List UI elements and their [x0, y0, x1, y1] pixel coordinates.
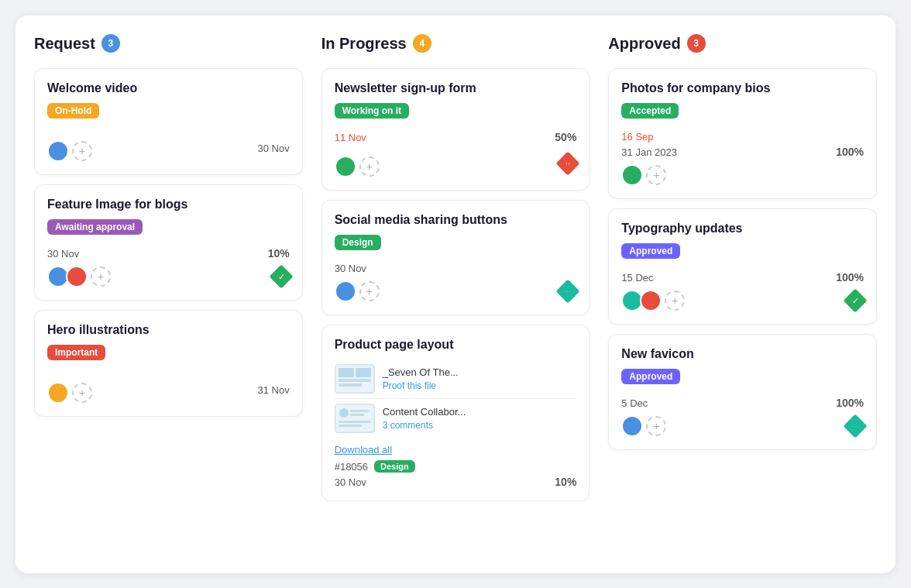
avatar: [335, 280, 356, 302]
avatar: [621, 415, 643, 437]
typography-date: 15 Dec: [621, 272, 653, 284]
svg-rect-9: [339, 421, 371, 423]
newsletter-title: Newsletter sign-up form: [335, 81, 577, 95]
photos-bios-date-red: 16 Sep: [621, 131, 653, 143]
photos-bios-title: Photos for company bios: [621, 81, 864, 95]
hero-illus-date: 31 Nov: [257, 384, 289, 396]
file-name-2: Content Collabor...: [383, 406, 466, 418]
column-title-in-progress: In Progress: [321, 35, 407, 53]
svg-rect-10: [339, 425, 362, 427]
download-all-link[interactable]: Download all: [335, 444, 577, 456]
file-info-2: Content Collabor... 3 comments: [383, 406, 466, 432]
card-welcome-video: Welcome video On-Hold + 30 Nov: [34, 68, 303, 175]
svg-rect-8: [350, 414, 364, 416]
newsletter-percent: 50%: [555, 131, 576, 143]
photos-bios-percent: 100%: [836, 146, 864, 158]
file-item-1: _Seven Of The... Proof this file: [335, 359, 577, 399]
file-thumb-2: [335, 404, 375, 433]
file-item-2: Content Collabor... 3 comments: [335, 399, 577, 438]
comments-link[interactable]: 3 comments: [383, 420, 433, 431]
add-avatar-button[interactable]: +: [72, 383, 92, 403]
file-info-1: _Seven Of The... Proof this file: [383, 366, 459, 392]
avatar: [47, 382, 69, 404]
feature-image-title: Feature Image for blogs: [47, 198, 290, 211]
newsletter-avatars: +: [335, 156, 380, 177]
badge-in-progress: 4: [413, 34, 431, 53]
add-avatar-button[interactable]: +: [91, 266, 111, 287]
social-media-tag: Design: [335, 235, 381, 250]
hero-illus-tag: Important: [47, 345, 105, 360]
new-favicon-date: 5 Dec: [621, 397, 648, 409]
product-page-percent: 10%: [555, 476, 576, 488]
status-icon-diamond-teal: [556, 279, 580, 303]
typography-title: Typography updates: [621, 222, 864, 236]
card-typography: Typography updates Approved 15 Dec 100% …: [608, 208, 877, 325]
card-new-favicon: New favicon Approved 5 Dec 100% +: [608, 334, 877, 450]
typography-percent: 100%: [836, 271, 864, 284]
svg-rect-7: [350, 410, 369, 412]
card-newsletter: Newsletter sign-up form Working on it 11…: [321, 68, 590, 191]
avatar: [335, 156, 356, 177]
column-title-approved: Approved: [608, 35, 680, 53]
feature-image-tag: Awaiting approval: [47, 219, 143, 235]
newsletter-date: 11 Nov: [335, 132, 366, 143]
welcome-video-footer: + 30 Nov: [47, 134, 290, 162]
file-name-1: _Seven Of The...: [383, 366, 459, 378]
new-favicon-tag: Approved: [621, 369, 680, 384]
badge-request: 3: [101, 34, 120, 53]
svg-rect-4: [339, 383, 362, 387]
badge-approved: 3: [687, 34, 706, 53]
status-icon-diamond-teal: [843, 414, 867, 438]
product-page-title: Product page layout: [335, 338, 577, 352]
card-feature-image: Feature Image for blogs Awaiting approva…: [34, 184, 303, 301]
hero-illus-title: Hero illustrations: [47, 323, 290, 337]
welcome-video-title: Welcome video: [47, 81, 290, 95]
file-thumb-1: [335, 364, 375, 394]
hero-illus-avatars: +: [47, 382, 92, 404]
add-avatar-button[interactable]: +: [665, 291, 685, 311]
svg-rect-3: [339, 379, 371, 382]
typography-tag: Approved: [621, 243, 680, 259]
avatar: [47, 140, 69, 162]
social-media-title: Social media sharing buttons: [335, 213, 577, 227]
status-icon-diamond-green: [269, 264, 293, 288]
add-avatar-button[interactable]: +: [359, 281, 380, 301]
hero-illus-footer: + 31 Nov: [47, 376, 290, 404]
product-page-date: 30 Nov: [335, 476, 366, 488]
column-in-progress: In Progress 4 Newsletter sign-up form Wo…: [321, 34, 590, 555]
card-hero-illustrations: Hero illustrations Important + 31 Nov: [34, 310, 303, 417]
feature-image-date: 30 Nov: [47, 248, 79, 260]
newsletter-tag: Working on it: [335, 103, 409, 119]
feature-image-percent: 10%: [268, 247, 290, 260]
card-social-media: Social media sharing buttons Design 30 N…: [321, 200, 590, 315]
photos-bios-date2: 31 Jan 2023: [621, 146, 677, 158]
kanban-board: Request 3 Welcome video On-Hold + 30 Nov…: [15, 15, 896, 573]
add-avatar-button[interactable]: +: [646, 416, 666, 436]
column-approved: Approved 3 Photos for company bios Accep…: [608, 34, 877, 555]
avatar: [621, 164, 643, 186]
avatar: [66, 266, 88, 287]
card-id-text: #18056: [335, 461, 368, 473]
welcome-video-tag: On-Hold: [47, 103, 99, 119]
welcome-video-date: 30 Nov: [257, 143, 289, 154]
svg-point-6: [339, 408, 349, 418]
svg-rect-2: [356, 368, 371, 377]
card-photos-bios: Photos for company bios Accepted 16 Sep …: [608, 68, 877, 199]
welcome-video-avatars: +: [47, 140, 92, 162]
proof-this-file-link[interactable]: Proof this file: [383, 380, 436, 391]
status-icon-diamond-green: [843, 288, 867, 312]
photos-bios-tag: Accepted: [621, 103, 679, 119]
add-avatar-button[interactable]: +: [646, 165, 666, 185]
column-header-approved: Approved 3: [608, 34, 877, 53]
new-favicon-title: New favicon: [621, 347, 864, 361]
product-page-design-tag: Design: [374, 460, 415, 473]
svg-rect-1: [339, 368, 354, 377]
avatar: [640, 290, 662, 311]
add-avatar-button[interactable]: +: [72, 141, 92, 161]
add-avatar-button[interactable]: +: [359, 156, 380, 177]
column-title-request: Request: [34, 35, 95, 53]
product-page-id: #18056 Design: [335, 460, 577, 473]
column-header-request: Request 3: [34, 34, 303, 53]
card-product-page: Product page layout _Seven Of The... Pro…: [321, 325, 590, 501]
status-icon-diamond-red: [556, 151, 580, 175]
